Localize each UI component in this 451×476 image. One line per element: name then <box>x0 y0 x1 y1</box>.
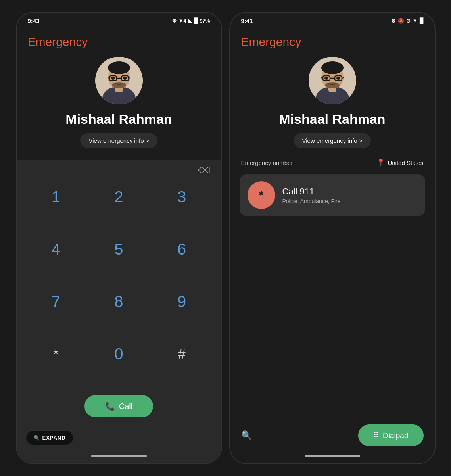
signal-icon-2: ▼ <box>413 18 418 24</box>
dialpad-header: ⌫ <box>17 160 221 179</box>
dialpad-label: Dialpad <box>383 431 408 440</box>
dialpad-grid: 1 2 3 4 5 6 7 8 9 * 0 # <box>17 179 221 389</box>
phone-2: 9:41 ⚙ 🔕 ⊙ ▼ ▉ Emergency <box>229 12 436 464</box>
location-badge: 📍 United States <box>376 158 423 167</box>
status-bar-2: 9:41 ⚙ 🔕 ⊙ ▼ ▉ <box>230 13 435 27</box>
signal-icon: ▼4 <box>178 18 186 24</box>
emergency-number-row: Emergency number 📍 United States <box>230 152 435 172</box>
view-emergency-info-btn-2[interactable]: View emergency info > <box>294 133 371 148</box>
call-circle: * <box>248 181 275 209</box>
dial-key-9[interactable]: 9 <box>150 284 213 320</box>
svg-line-21 <box>321 78 323 78</box>
view-emergency-label-2: View emergency info > <box>302 137 363 144</box>
emergency-title-2: Emergency <box>230 27 435 53</box>
dial-key-hash[interactable]: # <box>150 336 213 372</box>
dial-key-1[interactable]: 1 <box>25 179 88 215</box>
dialpad-button[interactable]: ⠿ Dialpad <box>358 424 423 446</box>
bottom-row-2: 🔍 ⠿ Dialpad <box>230 419 435 452</box>
search-expand-icon: 🔍 <box>33 435 40 441</box>
svg-point-10 <box>111 77 115 80</box>
dial-key-4[interactable]: 4 <box>25 231 88 267</box>
call-info: Call 911 Police, Ambulance, Fire <box>282 186 341 204</box>
call-button-1[interactable]: 📞 Call <box>84 395 153 417</box>
time-2: 9:41 <box>241 17 253 24</box>
dial-key-star[interactable]: * <box>25 336 88 372</box>
location-label: United States <box>388 159 423 166</box>
mute-icon: 🔕 <box>398 18 404 24</box>
asterisk-symbol: * <box>259 189 263 202</box>
home-indicator-1 <box>91 455 147 457</box>
call-label: Call <box>119 402 132 411</box>
avatar-section-2: Mishaal Rahman View emergency info > <box>230 53 435 148</box>
dial-key-7[interactable]: 7 <box>25 284 88 320</box>
home-bar-1 <box>17 452 221 463</box>
call-btn-row: 📞 Call <box>17 389 221 427</box>
svg-point-25 <box>325 82 340 88</box>
dial-key-2[interactable]: 2 <box>87 179 150 215</box>
phone2-bottom: 🔍 ⠿ Dialpad <box>230 419 435 463</box>
emergency-number-label: Emergency number <box>241 159 293 166</box>
status-icons-2: ⚙ 🔕 ⊙ ▼ ▉ <box>391 18 424 24</box>
svg-line-9 <box>129 78 130 78</box>
avatar-1 <box>95 57 143 104</box>
status-bar-1: 9:43 ✳ ▼4 ◣ ▉ 97% <box>17 13 221 27</box>
svg-point-11 <box>123 77 127 80</box>
avatar-svg-1 <box>95 57 143 104</box>
view-emergency-label-1: View emergency info > <box>89 137 149 144</box>
svg-point-17 <box>321 61 344 74</box>
location-pin-icon: 📍 <box>376 158 385 167</box>
phone2-content: Emergency <box>230 27 435 463</box>
svg-point-4 <box>108 61 130 74</box>
svg-line-8 <box>108 78 109 78</box>
backspace-icon[interactable]: ⌫ <box>198 165 210 176</box>
dialpad-section: ⌫ 1 2 3 4 5 6 7 8 9 * 0 # <box>17 160 221 463</box>
wifi-icon: ◣ <box>188 18 192 24</box>
emergency-title-1: Emergency <box>17 27 221 53</box>
emergency-call-card[interactable]: * Call 911 Police, Ambulance, Fire <box>240 174 425 216</box>
bottom-bar-1: 🔍 EXPAND <box>17 427 221 452</box>
battery-icon: ▉ 97% <box>194 18 210 24</box>
svg-point-24 <box>336 77 340 80</box>
contact-name-2: Mishaal Rahman <box>279 111 385 127</box>
main-container: 9:43 ✳ ▼4 ◣ ▉ 97% Emergency <box>0 0 451 476</box>
phone-call-icon: 📞 <box>105 401 115 411</box>
avatar-section-1: Mishaal Rahman View emergency info > <box>17 53 221 148</box>
call-subtitle: Police, Ambulance, Fire <box>282 198 341 204</box>
search-icon-2[interactable]: 🔍 <box>241 430 252 441</box>
expand-label: EXPAND <box>42 435 66 441</box>
home-indicator-2 <box>305 455 360 457</box>
svg-line-22 <box>342 78 344 78</box>
battery-icon-2: ▉ <box>420 18 424 24</box>
svg-point-23 <box>324 77 328 80</box>
dial-key-3[interactable]: 3 <box>150 179 213 215</box>
dial-key-6[interactable]: 6 <box>150 231 213 267</box>
dnd-icon: ⊙ <box>406 18 411 24</box>
status-icons-1: ✳ ▼4 ◣ ▉ 97% <box>172 18 210 24</box>
avatar-2 <box>309 57 356 104</box>
view-emergency-info-btn-1[interactable]: View emergency info > <box>80 133 158 148</box>
call-911-title: Call 911 <box>282 186 341 197</box>
svg-point-12 <box>112 82 126 88</box>
phone-1: 9:43 ✳ ▼4 ◣ ▉ 97% Emergency <box>16 12 222 464</box>
home-bar-2 <box>230 452 435 463</box>
phone1-content: Emergency <box>17 27 221 463</box>
dial-key-5[interactable]: 5 <box>87 231 150 267</box>
avatar-svg-2 <box>309 57 356 104</box>
dial-key-0[interactable]: 0 <box>87 336 150 372</box>
time-1: 9:43 <box>28 17 40 24</box>
dialpad-icon: ⠿ <box>373 431 379 440</box>
bluetooth-icon: ✳ <box>172 18 177 24</box>
dial-key-8[interactable]: 8 <box>87 284 150 320</box>
settings-icon: ⚙ <box>391 18 396 24</box>
expand-button[interactable]: 🔍 EXPAND <box>26 431 73 445</box>
contact-name-1: Mishaal Rahman <box>65 111 172 127</box>
